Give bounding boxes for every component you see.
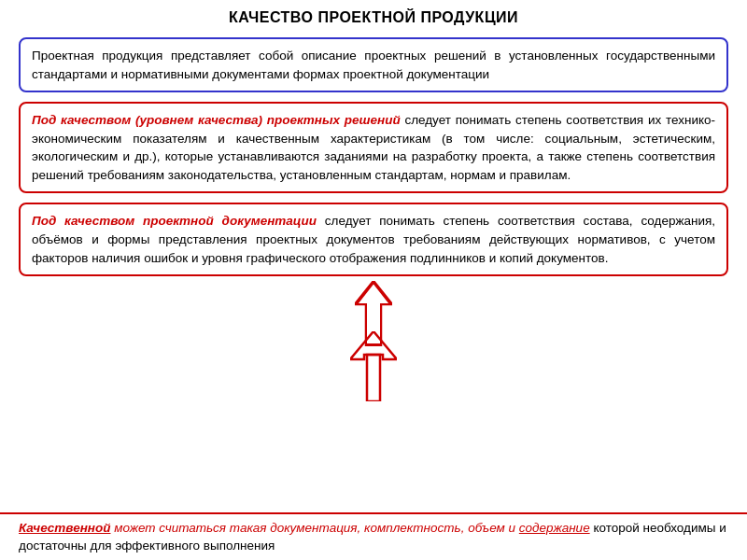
bottom-highlight1: Качественной <box>19 521 110 535</box>
bottom-highlight2: содержание <box>519 521 590 535</box>
box1-text: Проектная продукция представляет собой о… <box>32 49 715 81</box>
page-title: КАЧЕСТВО ПРОЕКТНОЙ ПРОДУКЦИИ <box>19 9 728 26</box>
box-blue-1: Проектная продукция представляет собой о… <box>19 37 728 92</box>
box-red-2: Под качеством (уровнем качества) проектн… <box>19 102 728 193</box>
box3-highlight: Под качеством проектной документации <box>32 214 317 228</box>
box-red-3: Под качеством проектной документации сле… <box>19 203 728 276</box>
bottom-text1: может считаться такая документация, комп… <box>110 521 518 535</box>
page-container: КАЧЕСТВО ПРОЕКТНОЙ ПРОДУКЦИИ Проектная п… <box>0 0 747 560</box>
svg-rect-3 <box>367 355 380 401</box>
bottom-text-box: Качественной может считаться такая докум… <box>0 512 747 560</box>
box2-highlight: Под качеством (уровнем качества) проектн… <box>32 113 401 127</box>
svg-marker-4 <box>350 331 397 359</box>
arrow-visual <box>350 331 397 404</box>
